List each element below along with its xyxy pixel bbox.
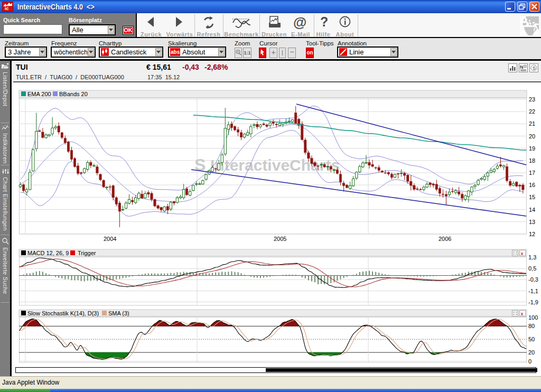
svg-text:1,3: 1,3 bbox=[528, 254, 536, 260]
svg-text:-1,1: -1,1 bbox=[528, 288, 538, 294]
svg-text:15: 15 bbox=[529, 194, 535, 200]
svg-text:18: 18 bbox=[529, 157, 535, 164]
svg-text:0: 0 bbox=[528, 358, 531, 365]
svg-text:100: 100 bbox=[528, 314, 538, 321]
svg-text:MACD 12, 26, 9: MACD 12, 26, 9 bbox=[27, 250, 69, 256]
svg-text:17: 17 bbox=[529, 170, 535, 176]
svg-text:BBands 20: BBands 20 bbox=[59, 91, 88, 97]
svg-text:x: x bbox=[521, 251, 524, 256]
svg-text:20: 20 bbox=[528, 349, 535, 356]
svg-text:-0,3: -0,3 bbox=[528, 276, 538, 283]
svg-text:?: ? bbox=[320, 14, 328, 29]
svg-text:Slow Stochastik K(14), D(3): Slow Stochastik K(14), D(3) bbox=[27, 310, 99, 316]
svg-text:-1,9: -1,9 bbox=[528, 299, 538, 305]
svg-text:50: 50 bbox=[528, 336, 535, 342]
svg-text:12: 12 bbox=[529, 231, 535, 237]
svg-text:Trigger: Trigger bbox=[78, 250, 96, 256]
svg-text:16: 16 bbox=[529, 182, 535, 188]
svg-text:14: 14 bbox=[529, 207, 535, 213]
svg-text:2005: 2005 bbox=[274, 236, 286, 242]
svg-text:23: 23 bbox=[529, 96, 535, 102]
svg-text:21: 21 bbox=[529, 120, 535, 127]
svg-text:S: S bbox=[533, 66, 536, 71]
svg-text:SMA (3): SMA (3) bbox=[108, 310, 129, 316]
svg-text:19: 19 bbox=[529, 145, 535, 152]
svg-text:22: 22 bbox=[529, 108, 535, 115]
svg-text:@: @ bbox=[293, 14, 306, 30]
svg-text:20: 20 bbox=[529, 133, 535, 139]
svg-text:abs: abs bbox=[171, 49, 180, 55]
svg-text:2006: 2006 bbox=[439, 236, 451, 242]
svg-text:80: 80 bbox=[528, 323, 535, 329]
svg-text:0,5: 0,5 bbox=[528, 265, 536, 272]
svg-text:N: N bbox=[520, 64, 524, 70]
svg-text:2004: 2004 bbox=[104, 236, 116, 242]
svg-text:13: 13 bbox=[529, 219, 535, 225]
svg-text:x: x bbox=[521, 311, 524, 316]
svg-text:EMA 200: EMA 200 bbox=[27, 91, 51, 97]
svg-text:ic: ic bbox=[5, 6, 9, 11]
